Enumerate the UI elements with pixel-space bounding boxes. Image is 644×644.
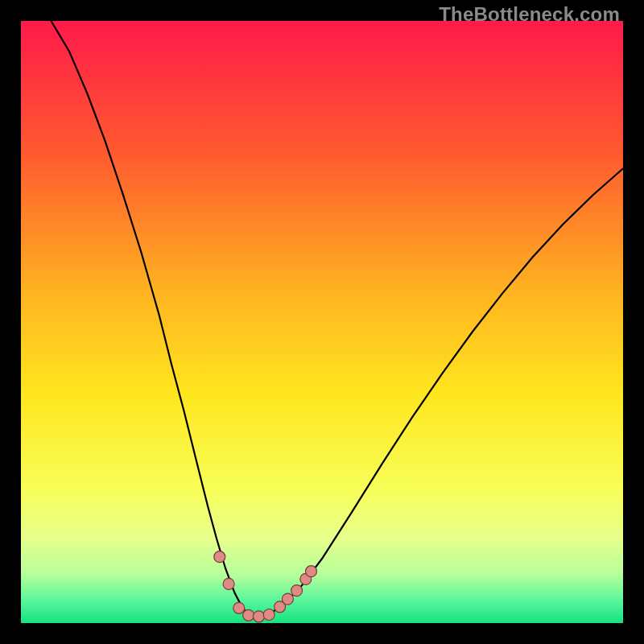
gradient-background (21, 21, 623, 623)
data-marker (291, 585, 303, 597)
plot-frame (21, 21, 623, 623)
data-marker (223, 578, 234, 589)
data-marker (243, 609, 254, 621)
data-marker (263, 609, 275, 621)
data-marker (214, 551, 225, 563)
bottleneck-chart (21, 21, 623, 623)
data-marker (282, 593, 293, 605)
data-marker (306, 566, 317, 577)
data-marker (254, 611, 265, 622)
data-marker (233, 602, 245, 613)
